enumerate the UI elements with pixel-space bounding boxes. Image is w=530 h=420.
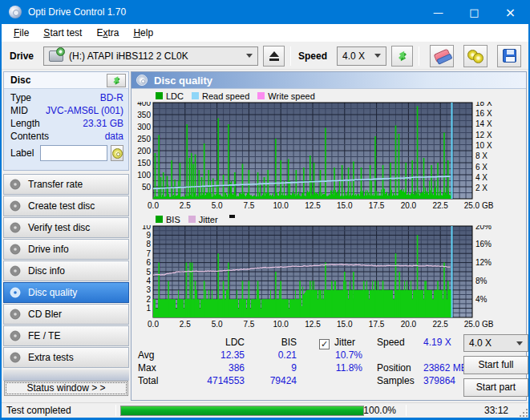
svg-text:250: 250 bbox=[137, 135, 151, 143]
sidebar-item-label: Create test disc bbox=[28, 200, 95, 212]
svg-text:100: 100 bbox=[137, 171, 151, 180]
sidebar-item-label: Drive info bbox=[28, 244, 69, 255]
stat-jitter-value: 11.8% bbox=[297, 362, 362, 374]
disc-label-input[interactable] bbox=[40, 145, 107, 161]
sidebar-item-label: CD Bler bbox=[28, 309, 62, 320]
sidebar-item-label: Verify test disc bbox=[28, 222, 90, 233]
svg-text:17.5: 17.5 bbox=[369, 320, 385, 329]
svg-text:50: 50 bbox=[142, 183, 152, 192]
sidebar-item-transfer-rate[interactable]: Transfer rate bbox=[3, 174, 129, 195]
svg-text:4: 4 bbox=[146, 277, 151, 285]
disc-row-label: Contents bbox=[10, 131, 49, 142]
sidebar-item-label: FE / TE bbox=[28, 330, 60, 341]
svg-text:5.0: 5.0 bbox=[212, 201, 223, 210]
disc-refresh-button[interactable] bbox=[107, 74, 126, 87]
svg-text:2 X: 2 X bbox=[475, 184, 488, 192]
disc-icon bbox=[10, 244, 21, 255]
svg-text:7.5: 7.5 bbox=[243, 201, 254, 210]
progress-percent: 100.0% bbox=[346, 405, 396, 416]
svg-text:10.0: 10.0 bbox=[273, 201, 289, 210]
start-part-button[interactable]: Start part bbox=[463, 378, 528, 397]
stat-bis-value: 9 bbox=[245, 362, 297, 374]
menu-item-help[interactable]: Help bbox=[126, 25, 160, 41]
sidebar-item-cd-bler[interactable]: CD Bler bbox=[3, 304, 129, 325]
minimize-button[interactable]: — bbox=[420, 0, 456, 24]
ldc-chart-legend: LDCRead speedWrite speed bbox=[156, 90, 526, 102]
toolbar-separator bbox=[419, 46, 419, 66]
legend-label: BIS bbox=[166, 215, 180, 224]
jitter-label: Jitter bbox=[334, 337, 355, 348]
jitter-checkbox[interactable]: ✓ bbox=[319, 339, 330, 349]
label-field-label: Label bbox=[10, 147, 34, 159]
speed-select[interactable]: 4.0 X bbox=[337, 46, 386, 66]
main-area: Disc quality LDCRead speedWrite speed 40… bbox=[130, 70, 528, 402]
menu-item-start-test[interactable]: Start test bbox=[36, 25, 89, 41]
stat-ldc-value: 4714553 bbox=[164, 375, 245, 386]
batch-test-button[interactable] bbox=[463, 45, 488, 67]
disc-icon bbox=[10, 352, 21, 363]
svg-text:5: 5 bbox=[146, 268, 151, 277]
resize-grip[interactable] bbox=[518, 407, 528, 417]
stat-bis-value: 0.21 bbox=[245, 349, 297, 361]
disc-icon bbox=[10, 222, 21, 233]
menu-item-extra[interactable]: Extra bbox=[89, 25, 126, 41]
svg-text:350: 350 bbox=[137, 111, 151, 119]
sidebar-item-drive-info[interactable]: Drive info bbox=[3, 239, 129, 260]
refresh-arrows-icon bbox=[395, 49, 410, 63]
chevron-down-icon bbox=[246, 54, 253, 58]
panel-header: Disc quality bbox=[131, 72, 526, 89]
sidebar-item-disc-info[interactable]: Disc info bbox=[3, 260, 129, 281]
app-disc-icon bbox=[9, 6, 22, 18]
svg-text:5.0: 5.0 bbox=[212, 320, 223, 329]
sidebar-item-label: Transfer rate bbox=[28, 179, 83, 190]
status-window-button[interactable]: Status window > > bbox=[4, 381, 128, 396]
svg-text:12 X: 12 X bbox=[475, 131, 492, 139]
save-button[interactable] bbox=[497, 45, 521, 67]
svg-text:400: 400 bbox=[137, 102, 151, 107]
sidebar-item-verify-test-disc[interactable]: Verify test disc bbox=[3, 217, 129, 238]
toolbar-separator bbox=[290, 46, 291, 66]
start-full-button[interactable]: Start full bbox=[463, 356, 528, 374]
drive-select[interactable]: (H:) ATAPI iHBS112 2 CL0K bbox=[43, 46, 258, 66]
disc-row-label: Type bbox=[10, 92, 31, 103]
erase-disc-button[interactable] bbox=[430, 45, 454, 67]
svg-text:17.5: 17.5 bbox=[369, 201, 385, 210]
stat-ldc-value: 12.35 bbox=[164, 349, 245, 361]
svg-text:6: 6 bbox=[146, 258, 151, 267]
sidebar-item-fe-te[interactable]: FE / TE bbox=[3, 325, 129, 346]
cd-icon bbox=[112, 148, 123, 159]
close-button[interactable]: × bbox=[492, 0, 528, 24]
refresh-button[interactable] bbox=[391, 46, 413, 67]
svg-text:8%: 8% bbox=[475, 277, 488, 285]
bis-chart-legend: BISJitter bbox=[156, 213, 526, 225]
sidebar-item-extra-tests[interactable]: Extra tests bbox=[3, 347, 129, 368]
svg-text:14 X: 14 X bbox=[475, 119, 492, 128]
ldc-speed-chart: 4003503002502001501005018 X16 X14 X12 X1… bbox=[131, 102, 524, 212]
disc-quality-icon bbox=[136, 75, 148, 86]
title-bar: Opti Drive Control 1.70 — □ × bbox=[2, 0, 528, 24]
disc-row-value: 23.31 GB bbox=[83, 118, 123, 129]
quality-speed-select[interactable]: 4.0 X bbox=[463, 334, 528, 352]
maximize-button[interactable]: □ bbox=[456, 0, 492, 24]
eject-icon bbox=[269, 51, 279, 61]
drive-select-value: (H:) ATAPI iHBS112 2 CL0K bbox=[69, 50, 188, 62]
sidebar-item-disc-quality[interactable]: Disc quality bbox=[3, 282, 129, 303]
sidebar-item-label: Extra tests bbox=[28, 352, 74, 363]
disc-info-panel: Disc TypeBD-RMIDJVC-AMS6L (001)Length23.… bbox=[3, 71, 129, 171]
write-label-button[interactable] bbox=[111, 145, 123, 161]
svg-text:20%: 20% bbox=[475, 225, 492, 231]
svg-text:16 X: 16 X bbox=[475, 109, 492, 118]
menu-bar: FileStart testExtraHelp bbox=[2, 24, 528, 42]
eject-button[interactable] bbox=[263, 46, 285, 67]
disc-row-value: JVC-AMS6L (001) bbox=[46, 105, 123, 116]
sidebar-item-create-test-disc[interactable]: Create test disc bbox=[3, 196, 129, 216]
jitter-legend-swatch bbox=[188, 216, 196, 223]
menu-item-file[interactable]: File bbox=[6, 25, 36, 41]
bis-column-header: BIS bbox=[245, 337, 297, 348]
eraser-icon bbox=[433, 49, 451, 63]
info-value-samples: 379864 bbox=[423, 375, 455, 386]
read-speed-legend-swatch bbox=[192, 92, 199, 99]
info-label-speed: Speed bbox=[377, 337, 405, 348]
sidebar-item-label: Disc info bbox=[28, 265, 65, 277]
svg-text:300: 300 bbox=[137, 123, 151, 131]
